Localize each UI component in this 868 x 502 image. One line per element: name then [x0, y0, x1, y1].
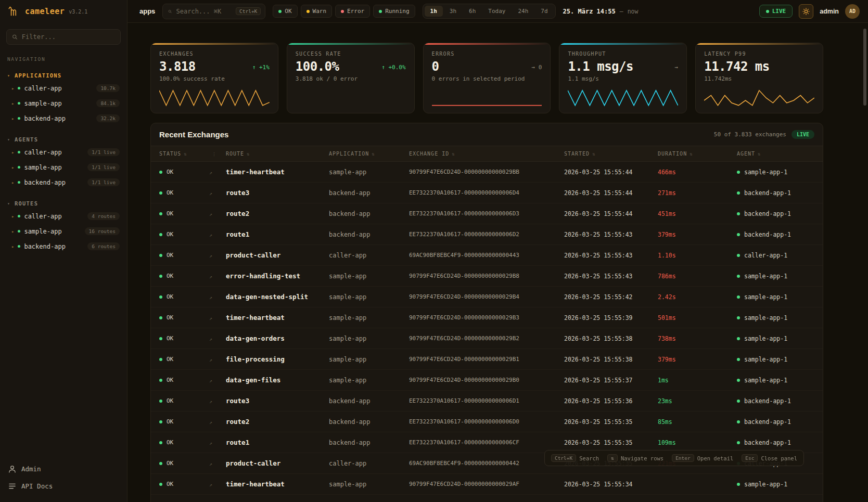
column-header[interactable]: STATUS⇅ — [151, 146, 209, 162]
column-header[interactable]: STARTED⇅ — [564, 146, 658, 162]
card-accent-bar — [424, 43, 551, 45]
time-range-button[interactable]: 7d — [535, 6, 553, 17]
sidebar-footer-item[interactable]: Admin — [0, 460, 127, 478]
status-filter-pill[interactable]: Warn — [301, 5, 333, 18]
open-route-icon[interactable]: ↗ — [209, 336, 212, 342]
sidebar-item[interactable]: ▸ caller-app 4 routes — [0, 209, 127, 224]
sidebar-item[interactable]: ▸ sample-app 1/1 live — [0, 160, 127, 175]
route-name[interactable]: route3 — [226, 391, 329, 411]
open-route-icon[interactable]: ↗ — [209, 461, 212, 467]
open-route-icon[interactable]: ↗ — [209, 398, 212, 404]
search-input[interactable] — [176, 8, 232, 15]
exchange-id: 90799F47E6CD24D-00000000000029B8 — [409, 266, 564, 287]
avatar[interactable]: AD — [845, 4, 860, 19]
table-row[interactable]: OK ↗ timer-heartbeat sample-app 90799F47… — [151, 474, 823, 495]
route-name[interactable]: timer-heartbeat — [226, 474, 329, 495]
route-name[interactable]: route1 — [226, 224, 329, 245]
theme-toggle-button[interactable] — [799, 4, 813, 19]
stat-label: THROUGHPUT — [568, 51, 678, 57]
route-name[interactable]: timer-heartbeat — [226, 307, 329, 328]
status-filter-pill[interactable]: Running — [373, 5, 415, 18]
table-row[interactable]: OK ↗ timer-heartbeat sample-app 90799F47… — [151, 307, 823, 328]
section-header[interactable]: ▾ APPLICATIONS — [0, 70, 127, 81]
table-row[interactable]: OK ↗ error-handling-test sample-app 9079… — [151, 266, 823, 287]
route-name[interactable]: route2 — [226, 411, 329, 432]
route-name[interactable]: data-gen-orders — [226, 328, 329, 349]
agent-status-dot — [737, 275, 740, 278]
route-name[interactable]: error-handling-test — [226, 266, 329, 287]
table-row[interactable]: OK ↗ route3 backend-app EE7322370A10617-… — [151, 391, 823, 411]
sidebar-item[interactable]: ▸ sample-app 16 routes — [0, 224, 127, 239]
table-row[interactable]: OK ↗ data-gen-nested-split sample-app 90… — [151, 287, 823, 307]
sidebar-footer-item[interactable]: API Docs — [0, 478, 127, 495]
open-route-icon[interactable]: ↗ — [209, 190, 212, 196]
table-row[interactable]: OK ↗ timer-heartbeat sample-app 90799F47… — [151, 162, 823, 183]
open-route-icon[interactable]: ↗ — [209, 315, 212, 321]
open-route-icon[interactable]: ↗ — [209, 294, 212, 300]
route-name[interactable]: data-gen-nested-split — [226, 287, 329, 307]
search-icon — [168, 8, 172, 15]
open-route-icon[interactable]: ↗ — [209, 211, 212, 217]
route-name[interactable]: data-gen-files — [226, 370, 329, 391]
table-row[interactable]: OK ↗ route2 backend-app EE7322370A10617-… — [151, 203, 823, 224]
column-header[interactable]: ROUTE⇅ — [226, 146, 329, 162]
open-route-icon[interactable]: ↗ — [209, 253, 212, 259]
open-route-icon[interactable]: ↗ — [209, 232, 212, 238]
time-range-button[interactable]: 24h — [512, 6, 534, 17]
section-header[interactable]: ▾ AGENTS — [0, 134, 127, 145]
route-name[interactable]: product-caller — [226, 245, 329, 266]
exchange-id: EE7322370A10617-00000000000006D1 — [409, 391, 564, 411]
sidebar-item[interactable]: ▸ backend-app 1/1 live — [0, 175, 127, 190]
sidebar-item[interactable]: ▸ caller-app 10.7k — [0, 81, 127, 96]
table-row[interactable]: OK ↗ route2 backend-app EE7322370A10617-… — [151, 411, 823, 432]
open-route-icon[interactable]: ↗ — [209, 378, 212, 383]
status-filter-pill[interactable]: OK — [273, 5, 297, 18]
sidebar-item[interactable]: ▸ backend-app 6 routes — [0, 239, 127, 254]
started-timestamp: 2026-03-25 15:55:36 — [564, 391, 658, 411]
route-name[interactable]: file-processing — [226, 349, 329, 370]
sidebar-item[interactable]: ▸ backend-app 32.2k — [0, 111, 127, 126]
table-row[interactable]: OK ↗ route3 backend-app EE7322370A10617-… — [151, 183, 823, 203]
scrollbar-thumb[interactable] — [863, 29, 866, 106]
table-row[interactable]: OK ↗ data-gen-files sample-app 90799F47E… — [151, 370, 823, 391]
table-row[interactable]: OK ↗ file-processing sample-app 90799F47… — [151, 349, 823, 370]
table-row[interactable]: OK ↗ data-gen-orders sample-app 90799F47… — [151, 328, 823, 349]
section-header[interactable]: ▾ ROUTES — [0, 198, 127, 209]
table-row[interactable]: OK ↗ product-caller caller-app 69AC90BF8… — [151, 245, 823, 266]
agent-status-dot — [737, 295, 740, 299]
status-label: OK — [167, 210, 173, 217]
route-name[interactable]: route3 — [226, 183, 329, 203]
filter-input[interactable] — [22, 33, 115, 41]
column-header[interactable]: EXCHANGE ID⇅ — [409, 146, 564, 162]
sidebar-item[interactable]: ▸ caller-app 1/1 live — [0, 145, 127, 160]
sidebar-filter[interactable] — [6, 29, 121, 45]
time-range-button[interactable]: 3h — [444, 6, 462, 17]
agent-name: sample-app-1 — [744, 273, 787, 280]
time-range-button[interactable]: Today — [482, 6, 511, 17]
column-header[interactable]: DURATION⇅ — [658, 146, 737, 162]
route-name[interactable]: product-caller — [226, 453, 329, 474]
open-route-icon[interactable]: ↗ — [209, 419, 212, 425]
open-route-icon[interactable]: ↗ — [209, 357, 212, 363]
status-dot — [18, 117, 20, 120]
open-route-icon[interactable]: ↗ — [209, 482, 212, 487]
open-route-icon[interactable]: ↗ — [209, 170, 212, 175]
column-header[interactable]: AGENT⇅ — [737, 146, 823, 162]
global-search[interactable]: Ctrl+K — [162, 4, 265, 19]
live-toggle[interactable]: LIVE — [759, 5, 793, 18]
table-body: OK ↗ timer-heartbeat sample-app 90799F47… — [151, 162, 823, 495]
open-route-icon[interactable]: ↗ — [209, 274, 212, 279]
count-badge: 1/1 live — [87, 148, 120, 156]
sidebar-item[interactable]: ▸ sample-app 84.1k — [0, 96, 127, 111]
table-row[interactable]: OK ↗ route1 backend-app EE7322370A10617-… — [151, 224, 823, 245]
time-range-button[interactable]: 6h — [463, 6, 481, 17]
route-name[interactable]: route1 — [226, 432, 329, 453]
open-route-icon[interactable]: ↗ — [209, 440, 212, 446]
column-header-icon[interactable]: ⋮ — [209, 146, 226, 162]
status-filter-pill[interactable]: Error — [335, 5, 370, 18]
time-range-button[interactable]: 1h — [425, 6, 443, 17]
sparkline-chart — [568, 88, 678, 107]
route-name[interactable]: timer-heartbeat — [226, 162, 329, 183]
route-name[interactable]: route2 — [226, 203, 329, 224]
column-header[interactable]: APPLICATION⇅ — [329, 146, 409, 162]
